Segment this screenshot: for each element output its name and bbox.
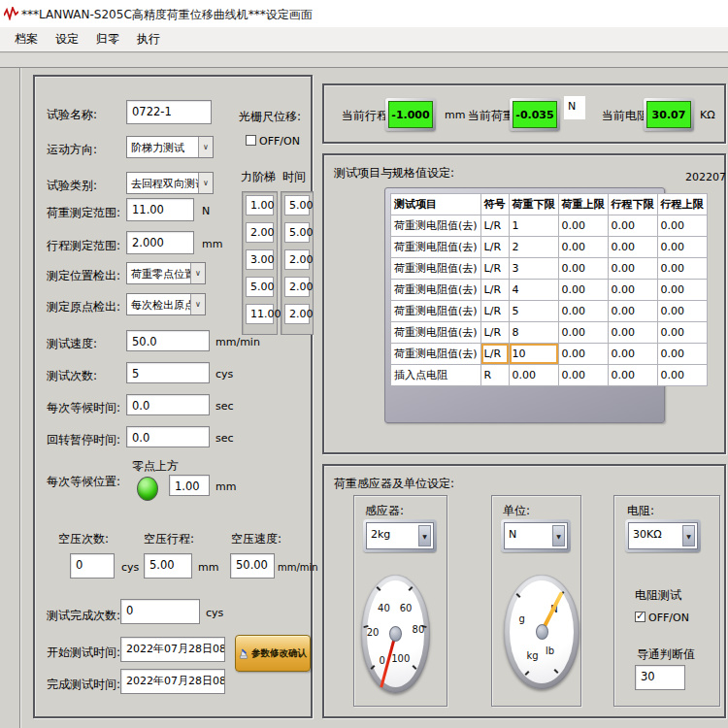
gauge-tick-label: 80 <box>413 624 425 635</box>
gauge-tick-label: kg <box>526 650 538 661</box>
spec-cell[interactable]: 0.00 <box>558 322 608 344</box>
force-step-cell[interactable]: 11.00 <box>246 304 274 324</box>
spec-cell[interactable]: L/R <box>480 322 509 344</box>
step-time-cell[interactable]: 2.00 <box>284 304 310 324</box>
spec-cell[interactable]: 0.00 <box>509 365 558 386</box>
menu-item-settings[interactable]: 设定 <box>47 28 87 50</box>
spec-cell[interactable]: 0.00 <box>558 215 608 237</box>
chevron-down-icon[interactable]: ∨ <box>190 263 205 283</box>
unit-select[interactable]: N ▼ <box>501 519 571 552</box>
chevron-down-icon[interactable]: ▼ <box>418 525 431 546</box>
spec-cell[interactable]: 0.00 <box>657 258 707 280</box>
spec-cell[interactable]: 0.00 <box>657 344 707 365</box>
test-speed-input[interactable]: 50.0 <box>126 330 210 351</box>
finish-time-input[interactable]: 2022年07月28日08:32 <box>120 669 225 694</box>
test-category-select[interactable]: 去回程双向测试 ∨ <box>126 172 214 194</box>
spec-cell[interactable]: 荷重测电阻值(去) <box>391 215 481 237</box>
spec-cell[interactable]: 0.00 <box>657 322 707 344</box>
spec-cell[interactable]: 荷重测电阻值(去) <box>391 322 481 344</box>
spec-cell[interactable]: 0.00 <box>558 280 608 301</box>
spec-cell[interactable]: 8 <box>509 322 558 344</box>
spec-cell[interactable]: 0.00 <box>608 322 657 344</box>
origin-detect-select[interactable]: 每次检出原点 ∨ <box>126 293 206 315</box>
spec-cell[interactable]: 0.00 <box>608 365 657 386</box>
wait-position-input[interactable]: 1.00 <box>169 475 210 496</box>
wait-time-input[interactable]: 0.0 <box>126 394 210 415</box>
spec-cell[interactable]: R <box>480 365 509 386</box>
air-speed-input[interactable]: 50.00 <box>230 553 275 579</box>
spec-cell[interactable]: 5 <box>509 301 558 322</box>
spec-cell[interactable]: 0.00 <box>608 237 657 258</box>
menu-item-zero[interactable]: 归零 <box>87 28 128 50</box>
threshold-input[interactable]: 30 <box>635 665 685 690</box>
spec-cell[interactable]: 0.00 <box>657 365 707 386</box>
force-step-cell[interactable]: 1.00 <box>246 195 274 215</box>
grating-checkbox[interactable] <box>246 135 256 146</box>
start-time-input[interactable]: 2022年07月28日08:18 <box>120 637 225 662</box>
spec-cell[interactable]: 荷重测电阻值(去) <box>391 344 481 365</box>
chevron-down-icon[interactable]: ∨ <box>198 173 213 193</box>
spec-cell[interactable]: 荷重测电阻值(去) <box>391 258 481 280</box>
step-time-cell[interactable]: 2.00 <box>284 277 310 297</box>
step-time-cell[interactable]: 5.00 <box>284 222 310 243</box>
spec-cell[interactable]: 0.00 <box>657 280 707 301</box>
spec-cell[interactable]: 荷重测电阻值(去) <box>391 280 481 301</box>
spec-cell[interactable]: 0.00 <box>608 344 657 365</box>
completed-cycles-input[interactable]: 0 <box>120 599 200 624</box>
spec-cell[interactable]: L/R <box>480 280 509 301</box>
spec-cell[interactable]: 0.00 <box>657 301 707 322</box>
confirm-params-button[interactable]: 参数修改确认 <box>235 635 311 672</box>
air-cycles-input[interactable]: 0 <box>70 553 115 579</box>
spec-cell[interactable]: 0.00 <box>558 237 608 258</box>
spec-cell[interactable]: 插入点电阻 <box>391 365 481 386</box>
spec-cell[interactable]: L/R <box>480 258 509 280</box>
spec-cell[interactable]: 荷重测电阻值(去) <box>391 301 481 322</box>
resistance-test-checkbox[interactable] <box>635 612 645 622</box>
air-stroke-input[interactable]: 5.00 <box>144 553 192 579</box>
title-bar: ***LANWAN-S205C高精度荷重位移曲线机***设定画面 <box>0 0 728 27</box>
menu-item-file[interactable]: 档案 <box>6 28 47 50</box>
spec-cell[interactable]: 0.00 <box>558 344 608 365</box>
spec-cell[interactable]: 0.00 <box>608 301 657 322</box>
step-time-cell[interactable]: 2.00 <box>284 249 310 270</box>
spec-cell[interactable]: 0.00 <box>558 301 608 322</box>
spec-cell[interactable]: 0.00 <box>608 258 657 280</box>
motion-direction-select[interactable]: 阶梯力测试 ∨ <box>126 136 214 158</box>
spec-cell[interactable]: 0.00 <box>657 237 707 258</box>
stroke-range-input[interactable]: 2.000 <box>126 231 194 254</box>
sensor-select[interactable]: 2kg ▼ <box>363 519 437 552</box>
chevron-down-icon[interactable]: ∨ <box>198 137 213 157</box>
chevron-down-icon[interactable]: ▼ <box>552 525 565 546</box>
spec-cell[interactable]: L/R <box>480 301 509 322</box>
force-step-cell[interactable]: 3.00 <box>246 249 274 270</box>
spec-cell[interactable]: 0.00 <box>558 365 608 386</box>
menu-item-run[interactable]: 执行 <box>128 28 169 50</box>
turn-pause-unit: sec <box>215 432 234 445</box>
spec-cell[interactable]: 荷重测电阻值(去) <box>391 237 481 258</box>
chevron-down-icon[interactable]: ▼ <box>682 525 695 546</box>
test-cycles-unit: cys <box>215 368 233 381</box>
spec-cell-selected[interactable]: 10 <box>509 344 558 365</box>
chevron-down-icon[interactable]: ∨ <box>190 294 205 314</box>
spec-cell[interactable]: 4 <box>509 280 558 301</box>
test-cycles-input[interactable]: 5 <box>126 362 210 383</box>
test-name-input[interactable]: 0722-1 <box>126 100 212 124</box>
spec-cell[interactable]: L/R <box>480 215 509 237</box>
spec-cell[interactable]: 0.00 <box>608 280 657 301</box>
spec-cell[interactable]: 0.00 <box>558 258 608 280</box>
spec-cell[interactable]: 3 <box>509 258 558 280</box>
load-gauge: 0 20 40 60 80 100 <box>361 575 430 693</box>
spec-cell[interactable]: 0.00 <box>657 215 707 237</box>
spec-cell[interactable]: L/R <box>480 237 509 258</box>
step-time-cell[interactable]: 5.00 <box>284 195 310 215</box>
spec-cell-selected[interactable]: L/R <box>480 344 509 365</box>
spec-cell[interactable]: 0.00 <box>608 215 657 237</box>
force-step-cell[interactable]: 5.00 <box>246 277 274 297</box>
resistance-select[interactable]: 30KΩ ▼ <box>625 519 701 552</box>
force-step-cell[interactable]: 2.00 <box>246 222 274 243</box>
turn-pause-input[interactable]: 0.0 <box>126 426 210 447</box>
spec-cell[interactable]: 2 <box>509 237 558 258</box>
position-detect-select[interactable]: 荷重零点位置 ∨ <box>126 262 206 284</box>
spec-cell[interactable]: 1 <box>509 215 558 237</box>
load-range-input[interactable]: 11.00 <box>126 198 194 221</box>
